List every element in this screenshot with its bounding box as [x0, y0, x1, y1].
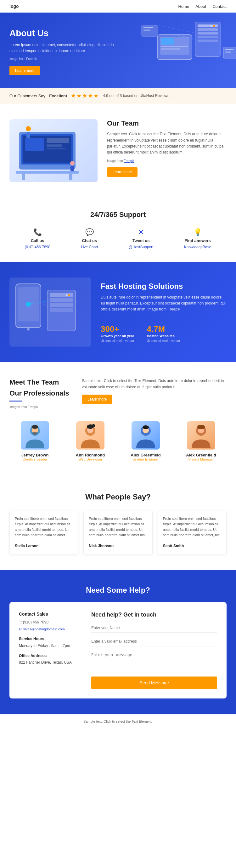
- support-item-chat: 💬 Chat us Live Chart: [81, 228, 98, 249]
- svg-rect-12: [161, 48, 180, 50]
- alex2-avatar: [187, 421, 215, 450]
- contact-email-link[interactable]: E: sales@hostingdomain.com: [19, 627, 65, 631]
- svg-point-30: [70, 161, 75, 165]
- stat-growth: 300+ Growth year on year Ut sem ad minim…: [101, 324, 134, 342]
- meet-left: Meet The Team Our Professionals Images f…: [9, 378, 72, 408]
- contact-section: Need Some Help? Contact Sales T: (910) 4…: [0, 570, 236, 714]
- freepik-link[interactable]: Freepik: [124, 159, 134, 163]
- hero-content: About Us Lorem ipsum dolor sit amet, con…: [9, 28, 129, 75]
- testimonial-card-0: Proin sed libero enim sed faucibus turpi…: [9, 511, 78, 555]
- reviewer-1: Nick Jhonson: [89, 543, 147, 549]
- meet-learn-more-button[interactable]: Learn more: [82, 395, 112, 404]
- hero-title: About Us: [9, 28, 129, 38]
- contact-address-label: Office Address:: [19, 653, 82, 659]
- svg-rect-33: [22, 174, 25, 180]
- footer-text: Sample text. Click to select the Text El…: [9, 719, 227, 723]
- tweet-title: Tweet us: [132, 238, 150, 243]
- testimonial-card-2: Proin sed libero enim sed faucibus turpi…: [158, 511, 227, 555]
- hosting-description: Duis aute irure dolor in reprehenderit i…: [101, 294, 227, 313]
- tweet-subtitle: @HostSupport: [129, 245, 154, 249]
- meet-team-section: Meet The Team Our Professionals Images f…: [0, 362, 236, 476]
- jeffrey-avatar: [21, 421, 49, 450]
- member-ann: Ann Richmond Web Developer: [65, 421, 115, 461]
- alex1-name: Alex Greenfield: [121, 453, 171, 457]
- svg-rect-2: [198, 28, 218, 31]
- rating-bar: Our Customers Say Excellent ★★★★★ 4.9 ou…: [0, 88, 236, 103]
- svg-point-37: [27, 328, 30, 331]
- svg-rect-17: [225, 49, 234, 50]
- ann-role: Web Developer: [65, 457, 115, 461]
- hosting-image: [9, 278, 91, 347]
- hero-illustration: [138, 16, 236, 79]
- svg-rect-29: [26, 132, 30, 138]
- svg-line-20: [157, 25, 195, 33]
- hero-learn-more-button[interactable]: Learn more: [9, 66, 40, 75]
- meet-image-note: Images from Freepik: [9, 405, 72, 409]
- svg-rect-14: [143, 27, 153, 28]
- contact-send-button[interactable]: Send Message: [91, 677, 217, 689]
- footer: Sample text. Click to select the Text El…: [0, 714, 236, 728]
- twitter-icon: ✕: [138, 228, 144, 237]
- svg-rect-4: [198, 36, 218, 38]
- svg-rect-41: [50, 303, 73, 307]
- svg-rect-31: [71, 166, 74, 172]
- nav-contact[interactable]: Contact: [212, 4, 227, 9]
- stat-hosted: 4.7M Hosted Websites Ut sem ad minim ver…: [147, 324, 180, 342]
- contact-email-input[interactable]: [91, 637, 217, 646]
- chat-title: Chat us: [82, 238, 97, 243]
- svg-rect-42: [50, 308, 73, 312]
- svg-point-6: [213, 25, 215, 27]
- hero-image-credit: Image from Freepik: [9, 57, 129, 62]
- svg-rect-24: [25, 138, 44, 151]
- svg-rect-26: [47, 145, 62, 147]
- svg-point-44: [66, 294, 68, 296]
- stat-growth-value: 300+: [101, 324, 134, 334]
- testimonial-text-2: Proin sed libero enim sed faucibus turpi…: [163, 516, 221, 538]
- alex2-name: Alex Greenfield: [176, 453, 226, 457]
- jeffrey-name: Jeffrey Brown: [10, 453, 60, 457]
- meet-title-line1: Meet The Team: [9, 378, 72, 387]
- contact-form-title: Need help? Get in touch: [91, 612, 217, 618]
- member-alex2: Alex Greenfield Project Manager: [176, 421, 226, 461]
- testimonial-text-0: Proin sed libero enim sed faucibus turpi…: [15, 516, 73, 538]
- call-title: Call us: [31, 238, 44, 243]
- contact-title: Need Some Help?: [9, 586, 227, 595]
- contact-name-input[interactable]: [91, 623, 217, 633]
- our-team-section: Our Team Sample text. Click to select th…: [0, 103, 236, 198]
- member-alex1: Alex Greenfield System Engineer: [121, 421, 171, 461]
- stat-hosted-label: Hosted Websites: [147, 334, 180, 338]
- jeffrey-role: Creative Leader: [10, 457, 60, 461]
- svg-point-43: [68, 294, 70, 296]
- stat-hosted-value: 4.7M: [147, 324, 180, 334]
- reviewer-0: Stella Larson: [15, 543, 73, 549]
- team-image-credit: Image from Freepik: [107, 158, 227, 163]
- lightbulb-icon: 💡: [193, 228, 202, 237]
- svg-point-51: [31, 425, 38, 429]
- alex1-role: System Engineer: [121, 457, 171, 461]
- meet-title-line2: Our Professionals: [9, 389, 72, 398]
- svg-rect-25: [47, 138, 69, 143]
- team-learn-more-button[interactable]: Learn more: [107, 167, 137, 177]
- hosting-content: Fast Hosting Solutions Duis aute irure d…: [101, 282, 227, 342]
- testimonial-card-1: Proin sed libero enim sed faucibus turpi…: [83, 511, 152, 555]
- svg-rect-3: [198, 32, 218, 34]
- testimonial-text-1: Proin sed libero enim sed faucibus turpi…: [89, 516, 147, 538]
- support-item-call: 📞 Call us (010) 456 7890: [25, 228, 50, 249]
- contact-phone: T: (910) 456 7890: [19, 619, 82, 626]
- hosting-stats: 300+ Growth year on year Ut sem ad minim…: [101, 319, 227, 342]
- contact-message-input[interactable]: [91, 650, 217, 669]
- contact-form: Need help? Get in touch Send Message: [91, 612, 217, 689]
- svg-point-55: [92, 424, 95, 427]
- svg-rect-27: [47, 148, 65, 149]
- call-subtitle: (010) 456 7890: [25, 245, 50, 249]
- title-underline: [9, 401, 22, 402]
- contact-email: E: sales@hostingdomain.com: [19, 626, 82, 633]
- svg-rect-11: [161, 46, 188, 47]
- team-description: Sample text. Click to select the Text El…: [107, 131, 227, 155]
- svg-point-7: [211, 25, 212, 27]
- contact-hours-label: Service Hours:: [19, 636, 82, 643]
- nav-about[interactable]: About: [195, 4, 206, 9]
- navigation: logo Home About Contact: [0, 0, 236, 12]
- contact-info: Contact Sales T: (910) 456 7890 E: sales…: [19, 612, 82, 689]
- nav-home[interactable]: Home: [178, 4, 189, 9]
